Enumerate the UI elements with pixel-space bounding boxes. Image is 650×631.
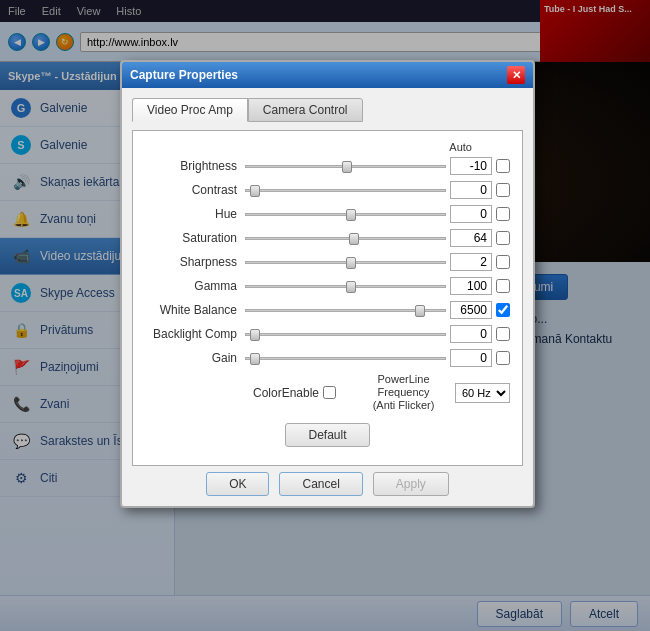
hue-label: Hue [145,207,245,221]
auto-header-label: Auto [449,141,472,153]
hue-slider-area [245,213,446,216]
gain-label: Gain [145,351,245,365]
white-balance-checkbox[interactable] [496,303,510,317]
brightness-checkbox[interactable] [496,159,510,173]
gamma-thumb[interactable] [346,281,356,293]
contrast-value[interactable] [450,181,492,199]
backlight-slider-area [245,333,446,336]
special-row: ColorEnable PowerLine Frequency(Anti Fli… [145,373,510,413]
default-button[interactable]: Default [285,423,369,447]
white-balance-thumb[interactable] [415,305,425,317]
gain-slider-area [245,357,446,360]
gamma-slider[interactable] [245,285,446,288]
hue-checkbox[interactable] [496,207,510,221]
backlight-slider[interactable] [245,333,446,336]
saturation-value[interactable] [450,229,492,247]
props-area: Auto Brightness Contrast [132,130,523,466]
dialog-title: Capture Properties [130,68,238,82]
prop-row-backlight: Backlight Comp [145,325,510,343]
powerline-label: PowerLine Frequency(Anti Flicker) [356,373,451,413]
color-enable-group: ColorEnable [253,386,336,400]
saturation-checkbox[interactable] [496,231,510,245]
white-balance-slider[interactable] [245,309,446,312]
dialog-titlebar[interactable]: Capture Properties ✕ [122,62,533,88]
dialog-body: Video Proc Amp Camera Control Auto Brigh… [122,88,533,506]
sharpness-value[interactable] [450,253,492,271]
sharpness-label: Sharpness [145,255,245,269]
color-enable-label: ColorEnable [253,386,319,400]
saturation-thumb[interactable] [349,233,359,245]
auto-header-row: Auto [145,141,510,153]
dialog-cancel-button[interactable]: Cancel [279,472,362,496]
dialog-action-buttons: OK Cancel Apply [132,472,523,496]
prop-row-white-balance: White Balance [145,301,510,319]
gamma-value[interactable] [450,277,492,295]
capture-properties-dialog: Capture Properties ✕ Video Proc Amp Came… [120,60,535,508]
sharpness-slider[interactable] [245,261,446,264]
brightness-thumb[interactable] [342,161,352,173]
dialog-tab-bar: Video Proc Amp Camera Control [132,98,523,122]
backlight-label: Backlight Comp [145,327,245,341]
prop-row-hue: Hue [145,205,510,223]
contrast-label: Contrast [145,183,245,197]
sharpness-checkbox[interactable] [496,255,510,269]
gain-slider[interactable] [245,357,446,360]
contrast-thumb[interactable] [250,185,260,197]
saturation-label: Saturation [145,231,245,245]
hue-slider[interactable] [245,213,446,216]
tab-camera-control[interactable]: Camera Control [248,98,363,122]
hue-value[interactable] [450,205,492,223]
prop-row-gain: Gain [145,349,510,367]
default-btn-row: Default [145,423,510,447]
tab-video-proc-amp[interactable]: Video Proc Amp [132,98,248,122]
gamma-checkbox[interactable] [496,279,510,293]
gamma-label: Gamma [145,279,245,293]
white-balance-value[interactable] [450,301,492,319]
hue-thumb[interactable] [346,209,356,221]
brightness-slider[interactable] [245,165,446,168]
backlight-value[interactable] [450,325,492,343]
prop-row-gamma: Gamma [145,277,510,295]
sharpness-slider-area [245,261,446,264]
contrast-slider[interactable] [245,189,446,192]
prop-row-saturation: Saturation [145,229,510,247]
white-balance-slider-area [245,309,446,312]
brightness-slider-area [245,165,446,168]
color-enable-checkbox[interactable] [323,386,336,399]
white-balance-label: White Balance [145,303,245,317]
sharpness-thumb[interactable] [346,257,356,269]
gain-value[interactable] [450,349,492,367]
brightness-label: Brightness [145,159,245,173]
gamma-slider-area [245,285,446,288]
powerline-area: PowerLine Frequency(Anti Flicker) 60 Hz … [356,373,510,413]
saturation-slider[interactable] [245,237,446,240]
saturation-slider-area [245,237,446,240]
contrast-checkbox[interactable] [496,183,510,197]
prop-row-brightness: Brightness [145,157,510,175]
gain-thumb[interactable] [250,353,260,365]
dialog-close-button[interactable]: ✕ [507,66,525,84]
prop-row-contrast: Contrast [145,181,510,199]
dialog-overlay: Capture Properties ✕ Video Proc Amp Came… [0,0,650,631]
prop-row-sharpness: Sharpness [145,253,510,271]
backlight-thumb[interactable] [250,329,260,341]
contrast-slider-area [245,189,446,192]
apply-button[interactable]: Apply [373,472,449,496]
ok-button[interactable]: OK [206,472,269,496]
frequency-select[interactable]: 60 Hz 50 Hz [455,383,510,403]
backlight-checkbox[interactable] [496,327,510,341]
gain-checkbox[interactable] [496,351,510,365]
brightness-value[interactable] [450,157,492,175]
